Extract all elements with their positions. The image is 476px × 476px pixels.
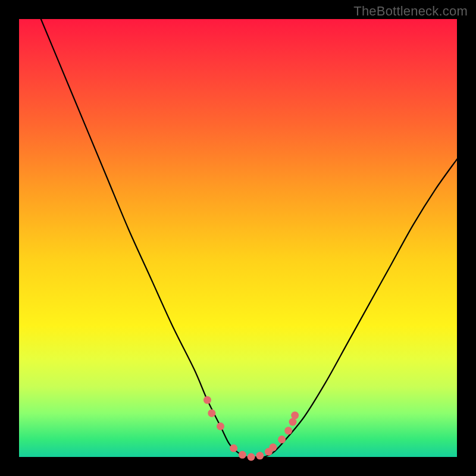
chart-frame: TheBottleneck.com <box>0 0 476 476</box>
curve-marker <box>284 427 292 434</box>
curve-marker <box>278 436 286 443</box>
curve-marker <box>217 422 224 430</box>
curve-markers <box>203 396 299 461</box>
watermark-text: TheBottleneck.com <box>353 4 468 19</box>
curve-marker <box>248 453 255 461</box>
curve-marker <box>269 443 277 451</box>
curve-marker <box>256 452 264 459</box>
curve-marker <box>203 396 211 404</box>
curve-marker <box>208 409 215 417</box>
curve-marker <box>230 444 237 452</box>
curve-marker <box>289 418 297 426</box>
bottleneck-curve-svg <box>19 19 457 457</box>
curve-marker <box>239 451 246 459</box>
bottleneck-curve <box>41 19 457 458</box>
curve-marker <box>291 412 299 419</box>
plot-area <box>19 19 457 457</box>
